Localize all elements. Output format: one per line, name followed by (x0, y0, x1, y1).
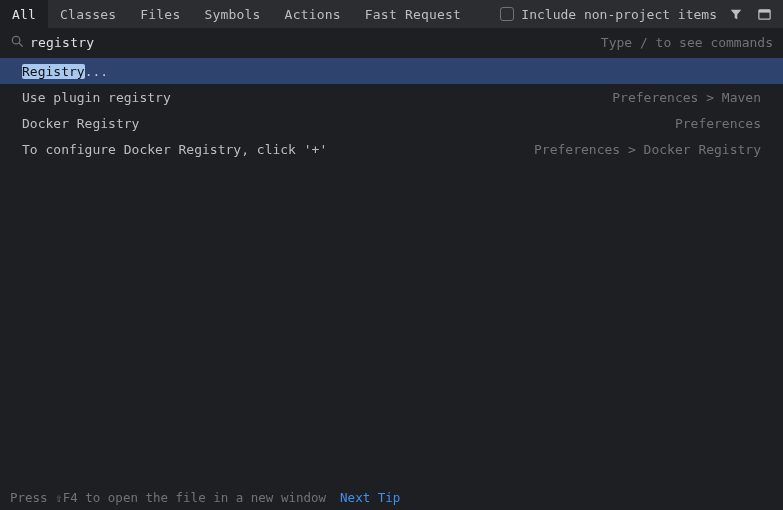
result-title: Registry... (22, 64, 108, 79)
tab-fast-request[interactable]: Fast Request (353, 0, 473, 28)
result-title: Use plugin registry (22, 90, 171, 105)
footer-tip-text: Press ⇧F4 to open the file in a new wind… (10, 490, 326, 505)
result-row[interactable]: Use plugin registry Preferences > Maven (0, 84, 783, 110)
tab-actions[interactable]: Actions (273, 0, 353, 28)
tab-classes[interactable]: Classes (48, 0, 128, 28)
tab-label: All (12, 7, 36, 22)
svg-rect-1 (758, 9, 769, 12)
tab-label: Symbols (204, 7, 260, 22)
tab-files[interactable]: Files (128, 0, 192, 28)
checkbox-icon (500, 7, 514, 21)
result-title: To configure Docker Registry, click '+' (22, 142, 327, 157)
svg-line-3 (19, 43, 22, 46)
search-hint: Type / to see commands (601, 35, 773, 50)
tab-all[interactable]: All (0, 0, 48, 28)
search-input[interactable] (30, 35, 601, 50)
result-row[interactable]: Registry... (0, 58, 783, 84)
open-in-window-icon[interactable] (755, 5, 773, 23)
result-row[interactable]: Docker Registry Preferences (0, 110, 783, 136)
result-path: Preferences (675, 116, 761, 131)
tab-label: Actions (285, 7, 341, 22)
tabs-bar: All Classes Files Symbols Actions Fast R… (0, 0, 783, 28)
tabs-right: Include non-project items (500, 0, 783, 28)
result-title: Docker Registry (22, 116, 139, 131)
result-path: Preferences > Docker Registry (534, 142, 761, 157)
results-list: Registry... Use plugin registry Preferen… (0, 58, 783, 484)
tab-label: Files (140, 7, 180, 22)
result-path: Preferences > Maven (612, 90, 761, 105)
tab-label: Fast Request (365, 7, 461, 22)
search-icon (10, 34, 24, 51)
footer-tip-bar: Press ⇧F4 to open the file in a new wind… (0, 484, 783, 510)
tab-label: Classes (60, 7, 116, 22)
tab-symbols[interactable]: Symbols (192, 0, 272, 28)
next-tip-link[interactable]: Next Tip (340, 490, 400, 505)
filter-icon[interactable] (727, 5, 745, 23)
search-row: Type / to see commands (0, 28, 783, 58)
result-row[interactable]: To configure Docker Registry, click '+' … (0, 136, 783, 162)
include-nonproject-label: Include non-project items (521, 7, 717, 22)
include-nonproject-toggle[interactable]: Include non-project items (500, 7, 717, 22)
